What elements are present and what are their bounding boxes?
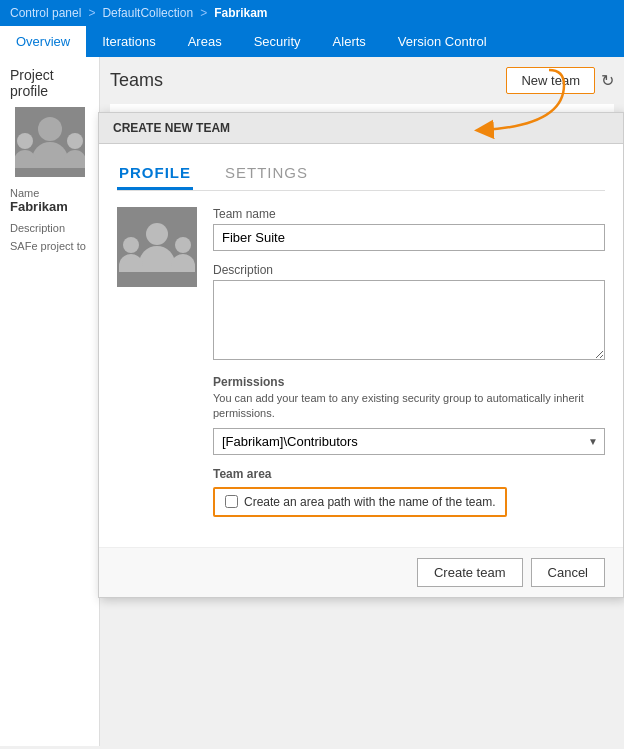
permissions-select-wrapper: [Fabrikam]\Contributors[Fabrikam]\Reader… [213,428,605,455]
name-value: Fabrikam [10,199,89,214]
breadcrumb-control-panel[interactable]: Control panel [10,6,81,20]
breadcrumb-sep2: > [200,6,207,20]
team-area-checkbox-label: Create an area path with the name of the… [244,495,495,509]
team-name-label: Team name [213,207,605,221]
tab-security[interactable]: Security [238,26,317,57]
description-textarea[interactable] [213,280,605,360]
tab-settings[interactable]: SETTINGS [223,158,310,190]
breadcrumb-fabrikam: Fabrikam [214,6,267,20]
create-team-modal: CREATE NEW TEAM PROFILE SETTINGS [98,112,624,598]
permissions-label: Permissions [213,375,605,389]
permissions-select[interactable]: [Fabrikam]\Contributors[Fabrikam]\Reader… [214,429,604,454]
permissions-section: Permissions You can add your team to any… [213,375,605,455]
breadcrumb-sep1: > [88,6,95,20]
description-value: SAFe project to [10,240,89,252]
tab-areas[interactable]: Areas [172,26,238,57]
main-content: Project profile Name Fabrikam Descripti [0,57,624,746]
tab-profile[interactable]: PROFILE [117,158,193,190]
team-area-checkbox[interactable] [225,495,238,508]
team-area-label: Team area [213,467,605,481]
modal-header: CREATE NEW TEAM [99,113,623,144]
project-profile-title: Project profile [10,67,89,99]
cancel-button[interactable]: Cancel [531,558,605,587]
nav-tabs: Overview Iterations Areas Security Alert… [0,26,624,57]
sidebar: Project profile Name Fabrikam Descripti [0,57,100,746]
tab-iterations[interactable]: Iterations [86,26,171,57]
team-name-input[interactable] [213,224,605,251]
modal-inner: Team name Description Permissions You ca… [117,207,605,533]
team-avatar [117,207,197,287]
form-section: Team name Description Permissions You ca… [213,207,605,533]
team-name-group: Team name [213,207,605,251]
tab-version-control[interactable]: Version Control [382,26,503,57]
tab-overview[interactable]: Overview [0,26,86,57]
modal-tabs: PROFILE SETTINGS [117,158,605,191]
right-panel: Teams New team ↻ Team Name Members Desc [100,57,624,746]
team-area-section: Team area Create an area path with the n… [213,467,605,517]
project-avatar [15,107,85,177]
tab-alerts[interactable]: Alerts [317,26,382,57]
teams-header: Teams New team ↻ [110,67,614,94]
create-team-button[interactable]: Create team [417,558,523,587]
name-label: Name [10,187,89,199]
modal-body: PROFILE SETTINGS [99,144,623,547]
description-group: Description [213,263,605,363]
team-area-checkbox-row[interactable]: Create an area path with the name of the… [213,487,507,517]
new-team-button[interactable]: New team [506,67,595,94]
description-label-modal: Description [213,263,605,277]
teams-title: Teams [110,70,163,91]
description-label: Description [10,222,89,234]
permissions-desc: You can add your team to any existing se… [213,391,605,422]
breadcrumb: Control panel > DefaultCollection > Fabr… [0,0,624,26]
refresh-button[interactable]: ↻ [601,71,614,90]
modal-footer: Create team Cancel [99,547,623,597]
breadcrumb-default-collection[interactable]: DefaultCollection [102,6,193,20]
